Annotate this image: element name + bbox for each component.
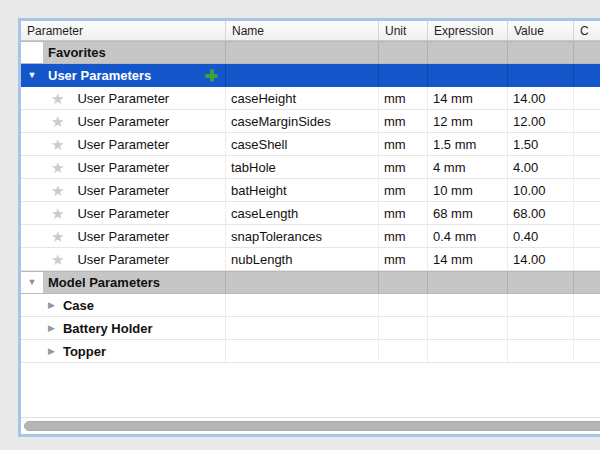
- expand-triangle-icon[interactable]: ▶: [48, 301, 55, 310]
- value-cell: 10.00: [507, 179, 573, 201]
- group-label: Favorites: [43, 42, 225, 63]
- row-subgroup-case[interactable]: ▶Case: [21, 294, 600, 317]
- comment-cell[interactable]: [573, 179, 600, 201]
- value-cell: 1.50: [507, 133, 573, 155]
- group-label: Model Parameters: [43, 272, 225, 293]
- expression-cell[interactable]: 68 mm: [427, 202, 507, 224]
- value-cell: 0.40: [507, 225, 573, 247]
- collapse-triangle-icon[interactable]: ▼: [28, 278, 37, 287]
- name-cell[interactable]: caseHeight: [225, 87, 378, 109]
- unit-cell: mm: [378, 202, 427, 224]
- unit-cell: mm: [378, 87, 427, 109]
- column-header-name[interactable]: Name: [225, 21, 378, 40]
- expression-cell[interactable]: 10 mm: [427, 179, 507, 201]
- subgroup-label: Case: [63, 298, 94, 313]
- name-cell[interactable]: snapTolerances: [225, 225, 378, 247]
- parameter-row: ★User Parameter caseMarginSides mm 12 mm…: [21, 110, 600, 133]
- column-header-unit[interactable]: Unit: [378, 21, 427, 40]
- favorite-star-icon[interactable]: ★: [51, 252, 64, 267]
- comment-cell[interactable]: [573, 202, 600, 224]
- unit-cell: mm: [378, 248, 427, 270]
- expand-triangle-icon[interactable]: ▶: [48, 347, 55, 356]
- comment-cell[interactable]: [573, 87, 600, 109]
- column-header-parameter[interactable]: Parameter: [21, 21, 225, 40]
- name-cell[interactable]: nubLength: [225, 248, 378, 270]
- favorite-star-icon[interactable]: ★: [51, 206, 64, 221]
- parameter-row: ★User Parameter batHeight mm 10 mm 10.00: [21, 179, 600, 202]
- parameter-type-label: User Parameter: [77, 229, 169, 244]
- unit-cell: mm: [378, 110, 427, 132]
- subgroup-label: Battery Holder: [63, 321, 153, 336]
- column-header-comments[interactable]: C: [573, 21, 600, 40]
- column-header-expression[interactable]: Expression: [427, 21, 507, 40]
- parameter-type-label: User Parameter: [77, 206, 169, 221]
- parameter-row: ★User Parameter caseLength mm 68 mm 68.0…: [21, 202, 600, 225]
- row-subgroup-battery-holder[interactable]: ▶Battery Holder: [21, 317, 600, 340]
- value-cell: 14.00: [507, 87, 573, 109]
- name-cell[interactable]: caseShell: [225, 133, 378, 155]
- expression-cell[interactable]: 14 mm: [427, 87, 507, 109]
- parameter-type-label: User Parameter: [77, 160, 169, 175]
- favorite-star-icon[interactable]: ★: [51, 114, 64, 129]
- expression-cell[interactable]: 1.5 mm: [427, 133, 507, 155]
- parameter-row: ★User Parameter caseShell mm 1.5 mm 1.50: [21, 133, 600, 156]
- row-gutter: [21, 42, 43, 63]
- collapse-triangle-icon[interactable]: ▼: [28, 71, 37, 80]
- add-parameter-plus-icon[interactable]: [205, 69, 218, 82]
- parameter-row: ★User Parameter snapTolerances mm 0.4 mm…: [21, 225, 600, 248]
- comment-cell[interactable]: [573, 110, 600, 132]
- expand-triangle-icon[interactable]: ▶: [48, 324, 55, 333]
- parameters-panel: Parameter Name Unit Expression Value C F…: [18, 18, 600, 437]
- parameter-row: ★User Parameter caseHeight mm 14 mm 14.0…: [21, 87, 600, 110]
- name-cell[interactable]: caseMarginSides: [225, 110, 378, 132]
- row-user-parameters[interactable]: ▼ User Parameters: [21, 64, 600, 87]
- comment-cell[interactable]: [573, 133, 600, 155]
- table-header: Parameter Name Unit Expression Value C: [21, 21, 600, 41]
- row-subgroup-topper[interactable]: ▶Topper: [21, 340, 600, 363]
- parameter-type-label: User Parameter: [77, 91, 169, 106]
- comment-cell[interactable]: [573, 225, 600, 247]
- row-model-parameters[interactable]: ▼ Model Parameters: [21, 271, 600, 294]
- unit-cell: mm: [378, 179, 427, 201]
- parameter-type-label: User Parameter: [77, 137, 169, 152]
- favorite-star-icon[interactable]: ★: [51, 183, 64, 198]
- comment-cell[interactable]: [573, 248, 600, 270]
- subgroup-label: Topper: [63, 344, 106, 359]
- value-cell: 68.00: [507, 202, 573, 224]
- row-favorites[interactable]: Favorites: [21, 41, 600, 64]
- group-label: User Parameters: [48, 68, 151, 83]
- favorite-star-icon[interactable]: ★: [51, 91, 64, 106]
- favorite-star-icon[interactable]: ★: [51, 137, 64, 152]
- expression-cell[interactable]: 12 mm: [427, 110, 507, 132]
- parameter-type-label: User Parameter: [77, 183, 169, 198]
- parameter-type-label: User Parameter: [77, 114, 169, 129]
- name-cell[interactable]: tabHole: [225, 156, 378, 178]
- favorite-star-icon[interactable]: ★: [51, 160, 64, 175]
- parameter-type-label: User Parameter: [77, 252, 169, 267]
- expression-cell[interactable]: 14 mm: [427, 248, 507, 270]
- name-cell[interactable]: caseLength: [225, 202, 378, 224]
- comment-cell[interactable]: [573, 156, 600, 178]
- horizontal-scrollbar: [21, 417, 600, 434]
- value-cell: 14.00: [507, 248, 573, 270]
- parameter-row: ★User Parameter tabHole mm 4 mm 4.00: [21, 156, 600, 179]
- expression-cell[interactable]: 4 mm: [427, 156, 507, 178]
- horizontal-scrollbar-thumb[interactable]: [24, 421, 600, 431]
- column-header-value[interactable]: Value: [507, 21, 573, 40]
- expression-cell[interactable]: 0.4 mm: [427, 225, 507, 247]
- unit-cell: mm: [378, 156, 427, 178]
- favorite-star-icon[interactable]: ★: [51, 229, 64, 244]
- name-cell[interactable]: batHeight: [225, 179, 378, 201]
- unit-cell: mm: [378, 133, 427, 155]
- parameter-row: ★User Parameter nubLength mm 14 mm 14.00: [21, 248, 600, 271]
- value-cell: 4.00: [507, 156, 573, 178]
- value-cell: 12.00: [507, 110, 573, 132]
- unit-cell: mm: [378, 225, 427, 247]
